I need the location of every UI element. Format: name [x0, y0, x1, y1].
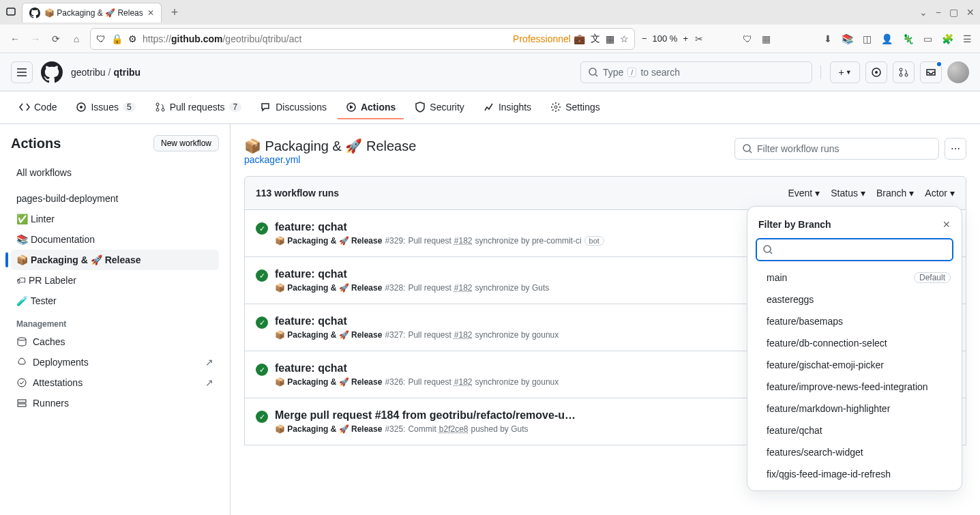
nav-settings[interactable]: Settings	[542, 96, 608, 119]
branch-option[interactable]: feature/db-connection-select	[747, 332, 962, 354]
svg-rect-0	[7, 8, 15, 15]
close-icon[interactable]: ✕	[942, 219, 951, 230]
url-input[interactable]: 🛡 🔒 ⚙ https://github.com/geotribu/qtribu…	[90, 28, 635, 50]
extensions-icon[interactable]: 🧩	[942, 33, 953, 44]
branch-option[interactable]: eastereggs	[747, 289, 962, 310]
maximize-icon[interactable]: ▢	[949, 7, 958, 18]
tabs-dropdown-icon[interactable]: ⌄	[919, 7, 927, 18]
downloads-icon[interactable]: ⬇	[824, 33, 832, 44]
sidebar-deployments[interactable]: Deployments↗	[11, 352, 219, 372]
search-icon	[588, 67, 599, 78]
filter-runs-input[interactable]: Filter workflow runs	[734, 138, 939, 160]
extension-icon[interactable]: ✂	[695, 33, 703, 44]
branch-option[interactable]: mainDefault	[747, 267, 962, 289]
github-header: geotribu / qtribu Type / to search +▼	[0, 53, 980, 91]
branch-option[interactable]: feature/improve-news-feed-integration	[747, 376, 962, 398]
sidebar-runners[interactable]: Runners	[11, 393, 219, 413]
sidebar-item-docs[interactable]: 📚 Documentation	[11, 229, 219, 250]
menu-icon[interactable]: ☰	[963, 33, 972, 44]
nav-actions[interactable]: Actions	[338, 96, 404, 119]
branch-option[interactable]: fix/qgis-feed-image-id-refresh	[747, 463, 962, 485]
permissions-icon: ⚙	[128, 33, 137, 44]
page-title: 📦 Packaging & 🚀 Release	[244, 138, 416, 154]
avatar[interactable]	[947, 61, 969, 83]
search-icon	[742, 143, 753, 154]
library-icon[interactable]: 📚	[842, 33, 853, 44]
svg-point-13	[554, 106, 557, 108]
nav-security[interactable]: Security	[406, 96, 473, 119]
translate-icon[interactable]: 文	[591, 33, 600, 45]
branch-search-field[interactable]	[777, 244, 947, 255]
sidebar-item-tester[interactable]: 🧪 Tester	[11, 291, 219, 311]
run-title[interactable]: feature: qchat	[275, 315, 764, 327]
filter-event[interactable]: Event ▾	[788, 188, 820, 198]
bot-badge: bot	[584, 236, 604, 246]
nav-issues[interactable]: Issues5	[68, 96, 143, 119]
zoom-in-button[interactable]: +	[683, 33, 688, 44]
breadcrumb-sep: /	[108, 67, 111, 78]
nav-insights[interactable]: Insights	[475, 96, 539, 119]
breadcrumb-repo[interactable]: qtribu	[113, 67, 140, 78]
extension-icon[interactable]: ▭	[923, 33, 932, 44]
sidebar-icon[interactable]: ◫	[863, 33, 872, 44]
add-dropdown[interactable]: +▼	[830, 61, 860, 83]
close-window-icon[interactable]: ✕	[966, 7, 975, 18]
pr-link[interactable]: #182	[454, 236, 473, 246]
github-search[interactable]: Type / to search	[580, 61, 812, 83]
extension-icon[interactable]: 🦎	[902, 33, 914, 44]
profile-indicator[interactable]: Professionnel 💼	[513, 33, 585, 44]
back-button[interactable]: ←	[8, 33, 22, 44]
pulls-button[interactable]	[893, 61, 915, 83]
reader-icon[interactable]: ▦	[606, 33, 614, 44]
sidebar-all-workflows[interactable]: All workflows	[11, 162, 219, 183]
extension-icon[interactable]: 🛡	[743, 33, 752, 44]
branch-search-input[interactable]	[756, 238, 953, 261]
pr-link[interactable]: #182	[454, 283, 473, 293]
filter-branch[interactable]: Branch ▾	[876, 188, 914, 198]
filter-status[interactable]: Status ▾	[831, 188, 865, 198]
sidebar-caches[interactable]: Caches	[11, 332, 219, 352]
branch-option[interactable]: feature/basemaps	[747, 310, 962, 332]
branch-option[interactable]: features/search-widget	[747, 441, 962, 463]
zoom-out-button[interactable]: −	[642, 33, 647, 44]
branch-option[interactable]: feature/qchat	[747, 420, 962, 441]
run-title[interactable]: Merge pull request #184 from geotribu/re…	[275, 409, 809, 422]
github-logo[interactable]	[41, 61, 63, 83]
branch-option[interactable]: feature/gischat-emoji-picker	[747, 354, 962, 376]
run-title[interactable]: feature: qchat	[275, 362, 764, 374]
sidebar-attestations[interactable]: Attestations↗	[11, 372, 219, 393]
close-icon[interactable]: ✕	[147, 8, 154, 18]
new-tab-button[interactable]: +	[167, 5, 183, 20]
sidebar-item-linter[interactable]: ✅ Linter	[11, 209, 219, 229]
sidebar-item-pages[interactable]: pages-build-deployment	[11, 188, 219, 209]
branch-option[interactable]: feature/markdown-highlighter	[747, 398, 962, 420]
sidebar-item-packaging[interactable]: 📦 Packaging & 🚀 Release	[11, 250, 219, 270]
minimize-icon[interactable]: −	[936, 7, 941, 18]
home-button[interactable]: ⌂	[70, 33, 83, 44]
sidebar-item-labeler[interactable]: 🏷 PR Labeler	[11, 270, 219, 291]
run-title[interactable]: feature: qchat	[275, 268, 764, 280]
new-workflow-button[interactable]: New workflow	[153, 135, 219, 151]
browser-tab[interactable]: 📦 Packaging & 🚀 Releas ✕	[22, 3, 162, 23]
reload-button[interactable]: ⟳	[49, 33, 63, 44]
nav-discussions[interactable]: Discussions	[252, 96, 335, 119]
run-meta: 📦 Packaging & 🚀 Release #328: Pull reque…	[275, 283, 764, 293]
tab-title: 📦 Packaging & 🚀 Releas	[44, 8, 143, 18]
breadcrumb-owner[interactable]: geotribu	[71, 67, 106, 78]
issues-button[interactable]	[865, 61, 887, 83]
nav-pulls[interactable]: Pull requests7	[147, 96, 250, 119]
pr-link[interactable]: #182	[454, 377, 473, 387]
filter-actor[interactable]: Actor ▾	[925, 188, 955, 198]
extension-icon[interactable]: ▦	[762, 33, 771, 44]
more-button[interactable]: ⋯	[945, 138, 966, 160]
bookmark-icon[interactable]: ☆	[620, 33, 629, 44]
pr-link[interactable]: b2f2ce8	[439, 424, 469, 434]
run-title[interactable]: feature: qchat	[275, 221, 764, 233]
hamburger-button[interactable]	[11, 61, 33, 83]
account-icon[interactable]: 👤	[881, 33, 893, 44]
inbox-button[interactable]	[920, 61, 942, 83]
pr-link[interactable]: #182	[454, 330, 473, 340]
workflow-file-link[interactable]: packager.yml	[244, 154, 300, 165]
nav-code[interactable]: Code	[11, 96, 65, 119]
browser-tab-bar: 📦 Packaging & 🚀 Releas ✕ + ⌄ − ▢ ✕	[0, 0, 980, 25]
